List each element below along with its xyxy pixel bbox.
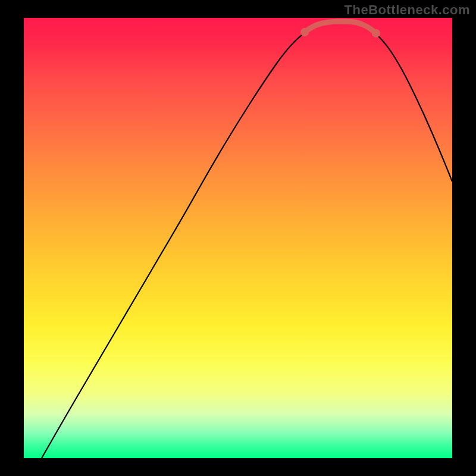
plot-area [24,18,452,458]
bottleneck-curve [42,21,452,458]
chart-frame: TheBottleneck.com [0,0,476,476]
highlight-dot-right [372,29,380,37]
highlight-dot-left [300,28,309,36]
highlight-segment [305,21,376,33]
chart-svg [24,18,452,458]
watermark-text: TheBottleneck.com [345,2,470,18]
